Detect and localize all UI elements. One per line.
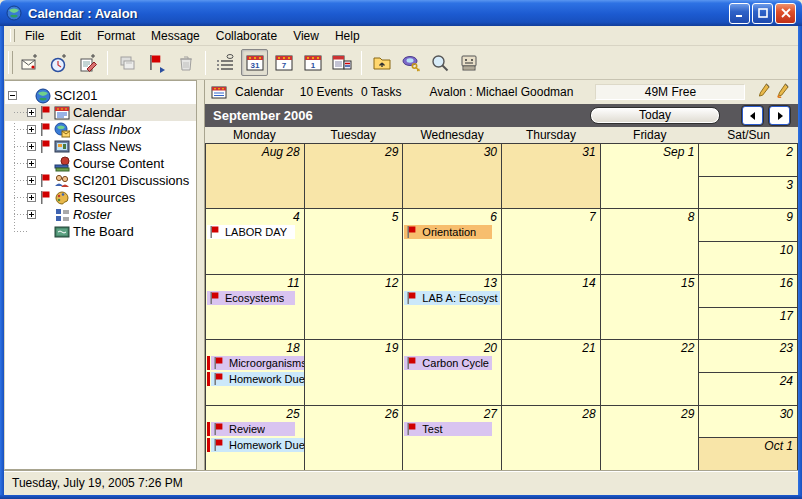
day-cell[interactable]: 25ReviewHomework Due	[206, 406, 305, 470]
sidebar-item-class-news[interactable]: Class News	[5, 138, 196, 155]
day-cell[interactable]: 26	[305, 406, 404, 470]
day-cell[interactable]: 16	[699, 275, 797, 308]
menu-message[interactable]: Message	[143, 27, 208, 45]
day-cell[interactable]: 7	[502, 209, 601, 273]
day-cell[interactable]: 5	[305, 209, 404, 273]
flag-icon	[40, 106, 52, 119]
parent-folder-icon[interactable]	[368, 49, 395, 76]
calendar-event[interactable]: Orientation	[404, 225, 492, 239]
day-cell[interactable]: 20Carbon Cycle	[403, 340, 502, 404]
day-cell[interactable]: 23	[699, 340, 797, 373]
new-task-icon[interactable]	[45, 49, 72, 76]
sidebar-item-calendar[interactable]: Calendar	[5, 104, 196, 121]
expand-icon[interactable]	[27, 210, 36, 219]
day-cell[interactable]: Aug 28	[206, 144, 305, 208]
permissions-icon[interactable]	[397, 49, 424, 76]
expand-icon[interactable]	[27, 159, 36, 168]
tree-root-sci201[interactable]: SCI201	[5, 87, 196, 104]
day-cell[interactable]: 30	[699, 406, 797, 439]
day-cell[interactable]: 9	[699, 209, 797, 242]
app-window: Calendar : Avalon FileEditFormatMessageC…	[0, 0, 802, 499]
date-label: 26	[305, 406, 403, 422]
expand-icon[interactable]	[27, 108, 36, 117]
calendar-event[interactable]: Homework Due	[207, 372, 295, 386]
day-cell[interactable]: 30	[403, 144, 502, 208]
sidebar-item-resources[interactable]: Resources	[5, 189, 196, 206]
menu-format[interactable]: Format	[89, 27, 143, 45]
month-view-icon[interactable]: 31	[241, 49, 268, 76]
day-cell[interactable]: 10	[699, 242, 797, 274]
day-cell[interactable]: 15	[601, 275, 700, 339]
calendar-event[interactable]: Homework Due	[207, 438, 295, 452]
day-cell[interactable]: 12	[305, 275, 404, 339]
day-cell[interactable]: 31	[502, 144, 601, 208]
close-button[interactable]	[775, 3, 796, 24]
day-cell[interactable]: Oct 1	[699, 438, 797, 470]
day-cell[interactable]: 6Orientation	[403, 209, 502, 273]
expand-icon[interactable]	[27, 125, 36, 134]
pane-splitter[interactable]	[197, 80, 204, 470]
sidebar-item-the-board[interactable]: The Board	[5, 223, 196, 240]
day-cell[interactable]: 8	[601, 209, 700, 273]
minimize-button[interactable]	[729, 3, 750, 24]
multi-view-icon[interactable]	[328, 49, 355, 76]
sidebar-item-roster[interactable]: Roster	[5, 206, 196, 223]
menu-collaborate[interactable]: Collaborate	[208, 27, 285, 45]
search-icon[interactable]	[426, 49, 453, 76]
week-view-icon[interactable]: 7	[270, 49, 297, 76]
day-cell[interactable]: 29	[601, 406, 700, 470]
sidebar-item-sci201-discussions[interactable]: SCI201 Discussions	[5, 172, 196, 189]
date-label: 19	[305, 340, 403, 356]
day-cell[interactable]: 22	[601, 340, 700, 404]
day-cell[interactable]: 2	[699, 144, 797, 177]
roster-icon	[54, 207, 70, 223]
day-cell[interactable]: 24	[699, 373, 797, 405]
day-cell[interactable]: 3	[699, 177, 797, 209]
day-cell[interactable]: 29	[305, 144, 404, 208]
maximize-button[interactable]	[752, 3, 773, 24]
calendar-event[interactable]: LABOR DAY	[207, 225, 295, 239]
day-cell[interactable]: 17	[699, 308, 797, 340]
menu-view[interactable]: View	[285, 27, 327, 45]
day-cell[interactable]: 27Test	[403, 406, 502, 470]
day-cell[interactable]: 14	[502, 275, 601, 339]
day-cell[interactable]: 19	[305, 340, 404, 404]
calendar-event[interactable]: Carbon Cycle	[404, 356, 492, 370]
menu-file[interactable]: File	[17, 27, 52, 45]
day-view-icon[interactable]: 1	[299, 49, 326, 76]
day-cell[interactable]: 18MicroorganismsHomework Due	[206, 340, 305, 404]
expand-icon[interactable]	[27, 193, 36, 202]
date-label: 3	[699, 177, 797, 193]
day-cell[interactable]: 11Ecosystems	[206, 275, 305, 339]
day-cell[interactable]: 13LAB A: Ecosyst	[403, 275, 502, 339]
new-note-icon[interactable]	[74, 49, 101, 76]
menu-edit[interactable]: Edit	[52, 27, 89, 45]
event-body: Carbon Cycle	[404, 356, 492, 370]
list-view-icon[interactable]	[212, 49, 239, 76]
sidebar-item-course-content[interactable]: Course Content	[5, 155, 196, 172]
day-cell[interactable]: Sep 1	[601, 144, 700, 208]
new-message-icon[interactable]	[16, 49, 43, 76]
title-bar[interactable]: Calendar : Avalon	[0, 0, 802, 26]
today-button[interactable]: Today	[590, 107, 720, 124]
print-icon[interactable]	[455, 49, 482, 76]
day-cell[interactable]: 28	[502, 406, 601, 470]
sidebar-item-class-inbox[interactable]: Class Inbox	[5, 121, 196, 138]
flag-icon[interactable]	[143, 49, 170, 76]
calendar-event[interactable]: Microorganisms	[207, 356, 295, 370]
flag-icon	[214, 373, 223, 385]
calendar-event[interactable]: Test	[404, 422, 492, 436]
menu-help[interactable]: Help	[327, 27, 368, 45]
collapse-icon[interactable]	[8, 91, 17, 100]
calendar-event[interactable]: Ecosystems	[207, 291, 295, 305]
date-label: 29	[601, 406, 699, 422]
day-cell[interactable]: 4LABOR DAY	[206, 209, 305, 273]
day-cell[interactable]: 21	[502, 340, 601, 404]
calendar-event[interactable]: LAB A: Ecosyst	[404, 291, 492, 305]
tree-item-label: Calendar	[73, 105, 126, 120]
next-month-button[interactable]	[769, 106, 790, 125]
expand-icon[interactable]	[27, 176, 36, 185]
calendar-event[interactable]: Review	[207, 422, 295, 436]
expand-icon[interactable]	[27, 142, 36, 151]
previous-month-button[interactable]	[742, 106, 763, 125]
